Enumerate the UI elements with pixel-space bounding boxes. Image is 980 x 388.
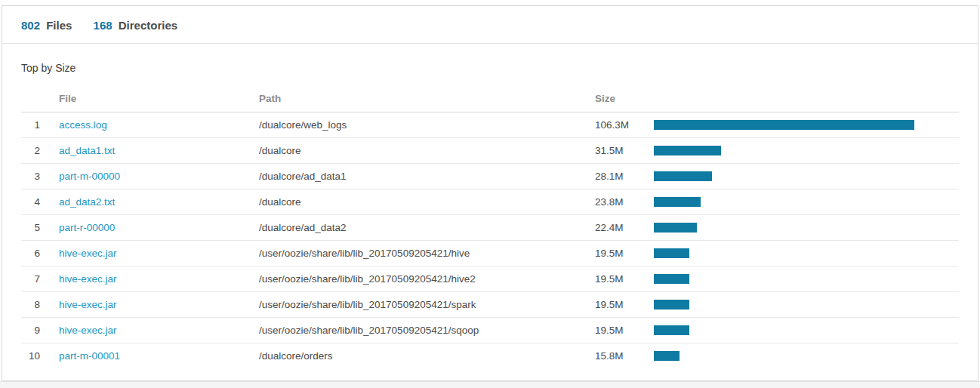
row-path: /dualcore/ad_data2 (259, 215, 595, 241)
row-rank: 2 (21, 138, 40, 164)
file-link[interactable]: hive-exec.jar (59, 299, 117, 310)
directories-label: Directories (119, 19, 177, 32)
row-bar-cell (654, 241, 959, 266)
row-rank: 9 (21, 318, 40, 343)
file-link[interactable]: hive-exec.jar (59, 248, 117, 259)
row-rank: 7 (21, 266, 40, 292)
row-size: 22.4M (595, 215, 654, 241)
row-rank: 6 (21, 241, 40, 266)
row-size: 19.5M (595, 266, 654, 292)
row-bar-cell (654, 164, 959, 189)
size-bar (654, 274, 689, 284)
size-bar (654, 248, 689, 258)
files-count: 802 (21, 19, 40, 32)
row-rank: 1 (21, 112, 40, 138)
row-rank: 4 (21, 189, 40, 215)
row-size: 19.5M (595, 241, 654, 266)
summary-card: 802 Files 168 Directories Top by Size Fi… (2, 5, 978, 381)
size-bar (654, 146, 721, 156)
row-path: /dualcore (259, 138, 595, 164)
row-size: 19.5M (595, 318, 654, 343)
file-link[interactable]: hive-exec.jar (59, 273, 117, 285)
table-row: 3 part-m-00000 /dualcore/ad_data1 28.1M (21, 164, 959, 189)
row-size: 31.5M (595, 138, 654, 164)
row-path: /dualcore (259, 189, 595, 215)
size-bar (654, 197, 701, 207)
size-bar (654, 171, 712, 181)
row-bar-cell (654, 189, 959, 215)
bar-column-header (654, 87, 959, 112)
row-file-cell: part-r-00000 (40, 215, 259, 241)
row-size: 19.5M (595, 292, 654, 318)
table-row: 7 hive-exec.jar /user/oozie/share/lib/li… (21, 266, 959, 292)
row-path: /dualcore/ad_data1 (259, 164, 595, 189)
row-rank: 3 (21, 164, 40, 189)
files-count-group: 802 Files (21, 19, 72, 32)
table-row: 10 part-m-00001 /dualcore/orders 15.8M (21, 343, 959, 369)
row-file-cell: access.log (40, 112, 259, 138)
file-link[interactable]: part-m-00000 (59, 171, 120, 182)
table-row: 5 part-r-00000 /dualcore/ad_data2 22.4M (21, 215, 959, 241)
file-link[interactable]: hive-exec.jar (59, 325, 117, 336)
table-row: 6 hive-exec.jar /user/oozie/share/lib/li… (21, 241, 959, 266)
row-path: /user/oozie/share/lib/lib_20170509205421… (259, 241, 595, 266)
row-bar-cell (654, 292, 959, 318)
row-size: 23.8M (595, 189, 654, 215)
path-column-header: Path (259, 87, 595, 112)
row-path: /dualcore/orders (259, 343, 595, 369)
files-label: Files (46, 19, 72, 32)
row-size: 28.1M (595, 164, 654, 189)
table-row: 2 ad_data1.txt /dualcore 31.5M (21, 138, 959, 164)
size-bar (654, 223, 697, 232)
counts-header: 802 Files 168 Directories (2, 6, 978, 44)
row-bar-cell (654, 266, 959, 292)
size-bar (654, 120, 914, 130)
row-bar-cell (654, 343, 959, 369)
directories-count: 168 (94, 19, 112, 32)
size-column-header: Size (595, 87, 654, 112)
directories-count-group: 168 Directories (94, 19, 178, 32)
row-file-cell: part-m-00001 (40, 343, 259, 369)
table-row: 1 access.log /dualcore/web_logs 106.3M (21, 112, 959, 138)
top-by-size-table: File Path Size 1 access.log /dualcore/we… (21, 87, 959, 368)
row-file-cell: hive-exec.jar (40, 266, 259, 292)
size-bar (654, 300, 689, 309)
row-file-cell: hive-exec.jar (40, 241, 259, 266)
row-file-cell: ad_data1.txt (40, 138, 259, 164)
row-bar-cell (654, 112, 959, 138)
row-file-cell: ad_data2.txt (40, 189, 259, 215)
row-size: 15.8M (595, 343, 654, 369)
row-file-cell: hive-exec.jar (40, 292, 259, 318)
row-path: /user/oozie/share/lib/lib_20170509205421… (259, 292, 595, 318)
size-bar (654, 351, 680, 361)
row-path: /dualcore/web_logs (259, 112, 595, 138)
file-link[interactable]: ad_data2.txt (59, 196, 115, 208)
table-row: 4 ad_data2.txt /dualcore 23.8M (21, 189, 959, 215)
file-link[interactable]: ad_data1.txt (59, 145, 115, 156)
row-bar-cell (654, 215, 959, 241)
page-bottom-strip (0, 381, 980, 388)
file-column-header: File (40, 87, 259, 112)
row-bar-cell (654, 318, 959, 343)
table-header-row: File Path Size (21, 87, 959, 112)
size-bar (654, 325, 689, 335)
row-file-cell: part-m-00000 (40, 164, 259, 189)
file-link[interactable]: access.log (59, 119, 107, 131)
rank-column-header (21, 87, 40, 112)
row-path: /user/oozie/share/lib/lib_20170509205421… (259, 266, 595, 292)
row-size: 106.3M (595, 112, 654, 138)
row-path: /user/oozie/share/lib/lib_20170509205421… (259, 318, 595, 343)
table-row: 8 hive-exec.jar /user/oozie/share/lib/li… (21, 292, 959, 318)
row-bar-cell (654, 138, 959, 164)
table-row: 9 hive-exec.jar /user/oozie/share/lib/li… (21, 318, 959, 343)
row-rank: 8 (21, 292, 40, 318)
section-title: Top by Size (21, 62, 959, 74)
file-link[interactable]: part-r-00000 (59, 222, 115, 233)
row-rank: 10 (21, 343, 40, 369)
file-browser-summary-page: 802 Files 168 Directories Top by Size Fi… (0, 0, 980, 388)
top-by-size-section: Top by Size File Path Size 1 (2, 44, 978, 368)
row-file-cell: hive-exec.jar (40, 318, 259, 343)
row-rank: 5 (21, 215, 40, 241)
file-link[interactable]: part-m-00001 (59, 350, 120, 362)
